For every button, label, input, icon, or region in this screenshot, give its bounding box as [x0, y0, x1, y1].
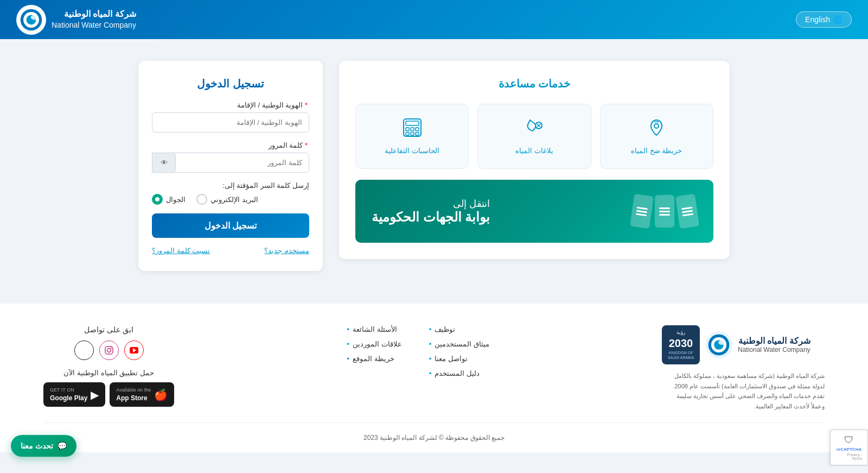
water-drop-icon [486, 118, 582, 141]
svg-point-19 [718, 340, 726, 345]
language-label: English [805, 15, 830, 24]
new-user-link[interactable]: مستخدم جديد؟ [264, 247, 309, 255]
footer-link-suppliers[interactable]: علاقات الموردين [347, 340, 401, 348]
chat-icon: 💬 [58, 442, 67, 450]
svg-point-23 [107, 349, 111, 352]
mobile-radio[interactable] [152, 194, 163, 205]
footer: شركة المياه الوطنية National Water Compa… [0, 304, 868, 452]
googleplay-button[interactable]: ▶ GET IT ON Google Play [43, 382, 105, 407]
appstore-text: Available on the App Store [116, 387, 151, 402]
services-grid: الحاسبات التفاعلية بلاغات المياه [355, 104, 713, 169]
nwc-logo-icon [19, 8, 43, 32]
footer-copyright: جميع الحقوق محفوظة © لشركة المياه الوطني… [43, 422, 825, 442]
eye-icon: 👁 [161, 159, 168, 167]
instagram-icon[interactable] [99, 340, 119, 360]
footer-description: شركة المياه الوطنية (شركة مساهمة سعودية … [662, 371, 825, 412]
footer-link-sitemap[interactable]: خريطة الموقع [347, 355, 401, 363]
svg-rect-7 [411, 128, 414, 131]
calculator-icon [364, 118, 460, 141]
footer-social-apps: ابق على تواصل ✕ حمل تطبيق المياه الوطنية… [43, 325, 174, 407]
otp-label: إرسل كلمة السر المؤقتة إلى: [152, 181, 309, 190]
otp-email-option[interactable]: البريد الإلكتروني [196, 194, 258, 205]
login-title: تسجيل الدخول [152, 77, 309, 90]
language-button[interactable]: 🌐 English [796, 11, 852, 28]
gov-portal-banner[interactable]: انتقل إلى بوابة الجهات الحكومية [355, 180, 713, 243]
otp-mobile-option[interactable]: الجوال [152, 194, 186, 205]
recaptcha-badge: 🛡 reCAPTCHA Privacy - Terms [830, 430, 868, 465]
password-label: * كلمة المرور [152, 141, 309, 149]
appstore-button[interactable]: 🍎 Available on the App Store [110, 382, 174, 407]
chat-label: تحدث معنا [21, 442, 53, 450]
svg-point-3 [31, 15, 39, 20]
login-links: نسيت كلمة المرور؟ مستخدم جديد؟ [152, 247, 309, 255]
banner-line2: بوابة الجهات الحكومية [372, 210, 490, 225]
password-field-group: * كلمة المرور 👁 [152, 141, 309, 173]
chat-button[interactable]: 💬 تحدث معنا [11, 435, 76, 457]
footer-nwc-icon [707, 333, 731, 357]
id-label: * الهوية الوطنية / الإقامة [152, 101, 309, 109]
company-name: شركة المياه الوطنية [52, 8, 136, 20]
service-water-map[interactable]: خريطة ضخ المياه [600, 104, 713, 169]
app-title: حمل تطبيق المياه الوطنية الآن [43, 369, 174, 377]
service-interactive-calculators[interactable]: الحاسبات التفاعلية [355, 104, 469, 169]
footer-logo-text: شركة المياه الوطنية National Water Compa… [738, 336, 810, 354]
map-icon [609, 118, 705, 141]
footer-links-col-1: توظيف ميثاق المستخدمين تواصل معنا دليل ا… [429, 325, 489, 377]
otp-section: إرسل كلمة السر المؤقتة إلى: الجوال البري… [152, 181, 309, 205]
gov-banner-text: انتقل إلى بوابة الجهات الحكومية [372, 198, 490, 225]
forgot-password-link[interactable]: نسيت كلمة المرور؟ [152, 247, 210, 255]
footer-link-guide[interactable]: دليل المستخدم [429, 369, 489, 377]
id-field-group: * الهوية الوطنية / الإقامة [152, 101, 309, 133]
footer-link-charter[interactable]: ميثاق المستخدمين [429, 340, 489, 348]
vision-badge: رؤية 2030 KINGDOM OF SAUDI ARABIA [662, 325, 700, 364]
toggle-password-button[interactable]: 👁 [152, 153, 176, 173]
login-card: تسجيل الدخول * الهوية الوطنية / الإقامة … [138, 61, 323, 271]
services-title: خدمات مساعدة [355, 77, 713, 90]
footer-link-contact[interactable]: تواصل معنا [429, 355, 489, 363]
footer-inner: شركة المياه الوطنية National Water Compa… [43, 325, 825, 412]
svg-rect-5 [406, 121, 419, 125]
app-buttons: 🍎 Available on the App Store ▶ GET IT ON… [43, 382, 174, 407]
otp-email-label: البريد الإلكتروني [210, 195, 258, 204]
svg-point-15 [654, 124, 659, 128]
otp-mobile-label: الجوال [166, 195, 186, 204]
logo-circle [16, 5, 46, 35]
services-card: خدمات مساعدة الحاسبات التفاعل [339, 61, 730, 259]
login-button[interactable]: تسجيل الدخول [152, 213, 309, 238]
social-title: ابق على تواصل [43, 325, 174, 334]
service-water-complaints[interactable]: بلاغات المياه [477, 104, 591, 169]
vision-label: رؤية [667, 330, 694, 336]
service-item-label: بلاغات المياه [486, 147, 582, 155]
youtube-icon[interactable] [124, 340, 144, 360]
footer-logo-circle [705, 331, 732, 358]
footer-links-col-2: الأسئلة الشائعة علاقات الموردين خريطة ال… [347, 325, 401, 377]
service-item-label: خريطة ضخ المياه [609, 147, 705, 155]
vision-year: 2030 [667, 336, 694, 350]
otp-options: الجوال البريد الإلكتروني [152, 194, 309, 205]
footer-logo-row: شركة المياه الوطنية National Water Compa… [662, 325, 825, 364]
service-item-label: الحاسبات التفاعلية [364, 147, 460, 155]
globe-icon: 🌐 [833, 15, 843, 24]
footer-link-employment[interactable]: توظيف [429, 325, 489, 333]
recaptcha-icon: 🛡 [844, 434, 854, 446]
svg-rect-8 [416, 128, 419, 131]
play-icon: ▶ [91, 388, 99, 401]
svg-rect-22 [105, 346, 113, 354]
googleplay-text: GET IT ON Google Play [50, 387, 87, 402]
svg-rect-9 [406, 133, 409, 135]
id-input[interactable] [152, 112, 309, 133]
footer-company-name: شركة المياه الوطنية [738, 336, 810, 346]
footer-company-sub: National Water Company [738, 346, 810, 354]
footer-company-info: شركة المياه الوطنية National Water Compa… [662, 325, 825, 412]
twitter-x-icon[interactable]: ✕ [74, 340, 94, 360]
email-radio[interactable] [196, 194, 207, 205]
password-wrapper: 👁 [152, 153, 309, 173]
footer-link-faq[interactable]: الأسئلة الشائعة [347, 325, 401, 333]
gov-banner-icons [632, 195, 697, 228]
apple-icon: 🍎 [154, 388, 168, 401]
header: 🌐 English شركة المياه الوطنية National W… [0, 0, 868, 39]
company-sub: National Water Company [52, 20, 136, 31]
social-icons: ✕ [43, 340, 174, 360]
recaptcha-label: reCAPTCHA [837, 447, 862, 452]
footer-links: توظيف ميثاق المستخدمين تواصل معنا دليل ا… [347, 325, 489, 377]
